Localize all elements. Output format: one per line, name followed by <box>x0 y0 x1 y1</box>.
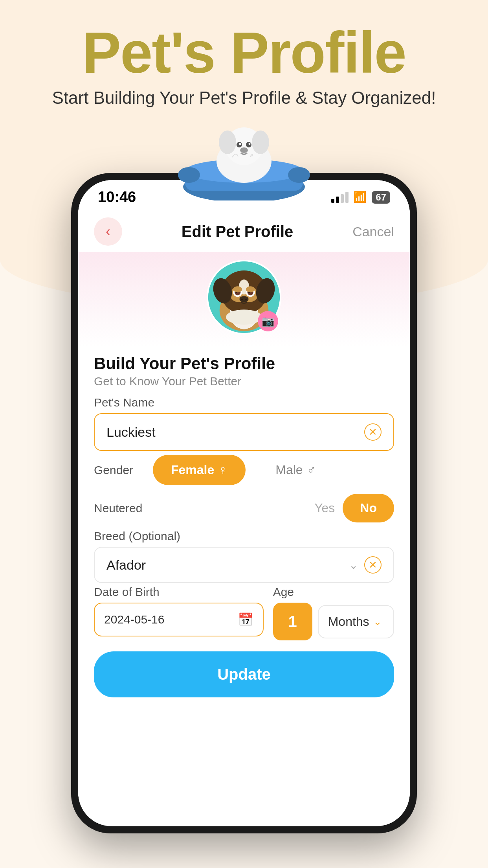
clear-icon: ✕ <box>369 426 377 438</box>
camera-icon: 📷 <box>262 315 274 327</box>
svg-point-29 <box>233 286 242 292</box>
svg-point-12 <box>249 143 251 145</box>
change-photo-button[interactable]: 📷 <box>258 311 278 331</box>
breed-label: Breed (Optional) <box>94 530 394 543</box>
nav-bar: ‹ Edit Pet Profile Cancel <box>94 210 394 252</box>
clear-breed-button[interactable]: ✕ <box>364 556 382 574</box>
dog-bed-svg <box>177 114 311 200</box>
clear-breed-icon: ✕ <box>369 559 377 571</box>
pet-name-value: Luckiest <box>106 425 156 440</box>
pet-name-label: Pet's Name <box>94 396 394 409</box>
svg-point-11 <box>239 143 241 145</box>
page-title: Pet's Profile <box>0 24 488 82</box>
age-label: Age <box>273 585 394 599</box>
phone-mockup: 10:46 📶 67 ‹ Edit Pet Profile Ca <box>71 173 417 833</box>
age-field: Age 1 Months ⌄ <box>273 585 394 640</box>
svg-point-7 <box>219 131 236 154</box>
age-row: 1 Months ⌄ <box>273 603 394 640</box>
gender-row: Gender Female ♀ Male ♂ <box>94 455 394 485</box>
svg-point-34 <box>226 310 262 325</box>
phone-screen: 10:46 📶 67 ‹ Edit Pet Profile Ca <box>78 180 410 826</box>
update-button[interactable]: Update <box>94 651 394 697</box>
yes-option[interactable]: Yes <box>314 501 335 515</box>
female-label: Female <box>171 463 214 477</box>
profile-pic-wrapper: 📷 <box>207 260 281 335</box>
svg-point-10 <box>246 142 251 147</box>
svg-point-31 <box>240 296 249 302</box>
age-unit-value: Months <box>328 614 369 629</box>
no-button[interactable]: No <box>343 494 394 522</box>
male-label: Male <box>275 463 303 477</box>
age-number[interactable]: 1 <box>273 603 312 640</box>
profile-pic-section: 📷 <box>78 252 410 346</box>
status-icons: 📶 67 <box>331 191 390 204</box>
svg-point-4 <box>288 167 310 183</box>
male-symbol-icon: ♂ <box>307 463 316 477</box>
back-arrow-icon: ‹ <box>106 223 110 240</box>
status-time: 10:46 <box>98 189 136 206</box>
neutered-options: Yes No <box>314 494 394 522</box>
female-button[interactable]: Female ♀ <box>153 455 246 485</box>
app-content: ‹ Edit Pet Profile Cancel <box>78 210 410 824</box>
svg-point-33 <box>245 299 247 300</box>
page-header: Pet's Profile Start Building Your Pet's … <box>0 24 488 108</box>
male-button[interactable]: Male ♂ <box>257 455 334 485</box>
neutered-label: Neutered <box>94 502 142 515</box>
breed-controls: ⌄ ✕ <box>349 556 382 574</box>
dob-label: Date of Birth <box>94 585 264 599</box>
clear-name-button[interactable]: ✕ <box>364 423 382 441</box>
wifi-icon: 📶 <box>353 191 367 204</box>
breed-chevron-icon: ⌄ <box>349 559 358 572</box>
section-subtitle: Get to Know Your Pet Better <box>94 375 394 388</box>
female-symbol-icon: ♀ <box>218 463 227 477</box>
pet-name-input[interactable]: Luckiest ✕ <box>94 413 394 451</box>
neutered-row: Neutered Yes No <box>94 494 394 522</box>
signal-icon <box>331 192 349 203</box>
battery-icon: 67 <box>372 191 390 204</box>
section-title: Build Your Pet's Profile <box>94 354 394 373</box>
breed-select[interactable]: Afador ⌄ ✕ <box>94 547 394 583</box>
svg-point-9 <box>237 142 242 147</box>
gender-label: Gender <box>94 463 141 477</box>
svg-point-13 <box>240 147 248 153</box>
dog-illustration <box>177 114 311 200</box>
dob-field: Date of Birth 2024-05-16 📅 <box>94 585 264 636</box>
svg-point-32 <box>241 299 243 300</box>
page-subtitle: Start Building Your Pet's Profile & Stay… <box>0 88 488 108</box>
months-chevron-icon: ⌄ <box>373 616 382 628</box>
breed-value: Afador <box>106 557 146 573</box>
dob-age-row: Date of Birth 2024-05-16 📅 Age 1 Months … <box>94 585 394 640</box>
dob-input[interactable]: 2024-05-16 📅 <box>94 603 264 636</box>
age-unit-dropdown[interactable]: Months ⌄ <box>318 605 394 638</box>
svg-point-30 <box>246 286 255 292</box>
svg-point-8 <box>252 131 269 154</box>
calendar-icon: 📅 <box>238 612 253 627</box>
svg-point-3 <box>178 167 200 183</box>
nav-title: Edit Pet Profile <box>182 223 294 241</box>
cancel-button[interactable]: Cancel <box>352 224 394 239</box>
dob-value: 2024-05-16 <box>104 613 164 626</box>
back-button[interactable]: ‹ <box>94 217 122 246</box>
